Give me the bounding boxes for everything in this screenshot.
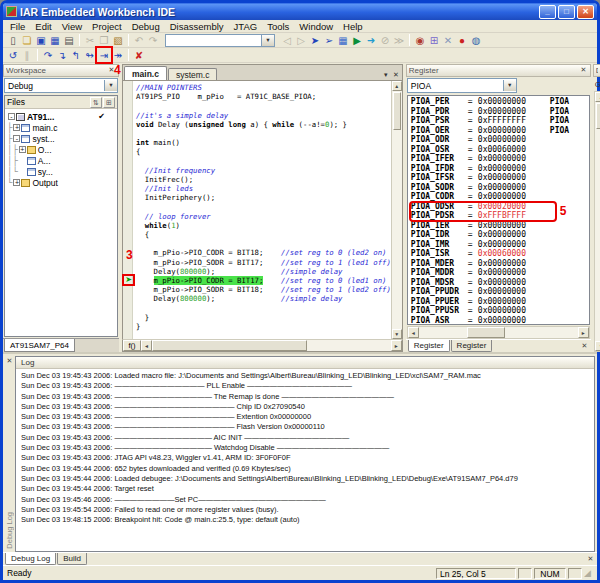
code-line[interactable]: // loop forever — [136, 212, 391, 221]
register-row[interactable]: PIOA_PSR=0xFFFFFFFFPIOA — [408, 116, 589, 126]
register-row[interactable]: PIOA_IER=0x00000000 — [408, 221, 589, 231]
tab-list-icon[interactable]: ▾ — [381, 70, 391, 80]
step-over-icon[interactable]: ↷ — [41, 48, 55, 62]
menu-item-disassembly[interactable]: Disassembly — [165, 21, 229, 32]
code-line[interactable] — [136, 129, 391, 138]
register-row[interactable]: PIOA_ASR=0x00000000 — [408, 316, 589, 326]
save-all-icon[interactable]: ▦ — [48, 33, 62, 47]
breakpoints-window-icon[interactable]: ⊞ — [427, 33, 441, 47]
tree-item[interactable]: -AT91...✔ — [5, 111, 117, 122]
code-line[interactable]: m_pPio->PIO_SODR = BIT17; //set reg to 1… — [136, 258, 391, 267]
scrollbar-track[interactable] — [419, 327, 578, 338]
tree-item[interactable]: ├-syst... — [5, 133, 117, 144]
code-line[interactable]: } — [136, 313, 391, 322]
make-icon[interactable]: ➜ — [364, 33, 378, 47]
code-line[interactable]: //Init leds — [136, 184, 391, 193]
register-row[interactable]: PIOA_MDER=0x00000000 — [408, 259, 589, 269]
register-group-select[interactable]: PIOA ▼ — [407, 78, 517, 93]
code-line[interactable]: { — [136, 230, 391, 239]
next-statement-icon[interactable]: ↬ — [83, 48, 97, 62]
code-line[interactable]: void Delay (unsigned long a) { while (--… — [136, 120, 391, 129]
menu-item-file[interactable]: File — [5, 21, 30, 32]
code-line[interactable]: Delay(800000); //simple delay — [136, 267, 391, 276]
files-sort-icon[interactable]: ⇅ — [90, 97, 102, 108]
tab-register-1[interactable]: Register — [451, 340, 493, 352]
code-line[interactable]: //it's a simple delay — [136, 111, 391, 120]
menu-item-window[interactable]: Window — [294, 21, 338, 32]
scroll-left-icon[interactable]: ◄ — [408, 327, 419, 338]
code-line[interactable]: //MAIN POINTERS — [136, 83, 391, 92]
register-row[interactable]: PIOA_IFSR=0x00000000 — [408, 173, 589, 183]
print-icon[interactable]: ▤ — [62, 33, 76, 47]
replace-icon[interactable]: ➢ — [322, 33, 336, 47]
stop-debugging-icon[interactable]: ✘ — [132, 48, 146, 62]
register-row[interactable]: PIOA_OSR=0x00060000 — [408, 145, 589, 155]
scrollbar-thumb[interactable] — [393, 92, 401, 130]
register-row[interactable]: PIOA_ISR=0x00060000 — [408, 249, 589, 259]
code-line[interactable]: //Init frequency — [136, 166, 391, 175]
code-line[interactable]: InitFrec(); — [136, 175, 391, 184]
register-row[interactable]: PIOA_IFER=0x00000000 — [408, 154, 589, 164]
tree-item[interactable]: │├+A... — [5, 155, 117, 166]
toggle-breakpoint-icon[interactable]: ◉ — [413, 33, 427, 47]
scrollbar-track[interactable] — [392, 131, 402, 329]
close-button[interactable]: ✕ — [577, 5, 594, 19]
menu-item-edit[interactable]: Edit — [30, 21, 56, 32]
tree-expander-icon[interactable]: + — [13, 124, 20, 131]
code-line[interactable]: Delay(800000); //simple delay — [136, 294, 391, 303]
download-and-debug-icon[interactable]: ● — [455, 33, 469, 47]
close-document-icon[interactable]: ✕ — [391, 70, 401, 80]
menu-item-help[interactable]: Help — [338, 21, 368, 32]
tree-expander-icon[interactable]: - — [13, 135, 20, 142]
scroll-right-icon[interactable]: ► — [391, 340, 402, 351]
maximize-button[interactable]: □ — [558, 5, 575, 19]
register-horizontal-scrollbar[interactable]: ◄ ► — [407, 326, 590, 339]
scroll-up-icon[interactable]: ▲ — [595, 92, 600, 102]
close-icon[interactable]: ✕ — [586, 553, 595, 564]
files-columns-icon[interactable]: ⊞ — [103, 97, 115, 108]
close-icon[interactable]: ✕ — [579, 66, 588, 75]
target-select[interactable]: Debug ▼ — [4, 78, 118, 93]
menu-item-jtag[interactable]: JTAG — [229, 21, 263, 32]
code-line[interactable] — [136, 157, 391, 166]
minimize-button[interactable]: _ — [539, 5, 556, 19]
register-row[interactable]: PIOA_IMR=0x00000000 — [408, 240, 589, 250]
tree-expander-icon[interactable]: - — [8, 113, 15, 120]
code-line[interactable]: { — [136, 147, 391, 156]
code-line[interactable]: AT91PS_PIO m_pPio = AT91C_BASE_PIOA; — [136, 92, 391, 101]
close-icon[interactable]: ✕ — [580, 340, 589, 351]
register-row[interactable]: PIOA_SODR=0x00000000 — [408, 183, 589, 193]
tab-build-1[interactable]: Build — [57, 553, 87, 565]
code-line[interactable] — [136, 202, 391, 211]
editor-tab-main-c[interactable]: main.c — [124, 66, 167, 80]
scrollbar-thumb[interactable] — [467, 327, 505, 338]
code-line[interactable]: m_pPio->PIO_CODR = BIT18; //set reg to 0… — [136, 248, 391, 257]
resize-grip[interactable]: ◢ — [584, 568, 595, 579]
workspace-project-tab[interactable]: AT91SAM7_P64 — [4, 339, 75, 352]
menu-item-debug[interactable]: Debug — [127, 21, 165, 32]
scrollbar-track[interactable] — [152, 340, 391, 351]
paste-icon[interactable]: ▧ — [111, 33, 125, 47]
code-line[interactable] — [136, 304, 391, 313]
code-line[interactable]: while(1) — [136, 221, 391, 230]
menu-item-view[interactable]: View — [57, 21, 87, 32]
editor-tab-system-c[interactable]: system.c — [168, 68, 218, 80]
step-into-icon[interactable]: ↴ — [55, 48, 69, 62]
tree-item[interactable]: └+Output — [5, 177, 117, 188]
code-line[interactable]: m_pPio->PIO_SODR = BIT18; //set reg to 1… — [136, 285, 391, 294]
register-row[interactable]: PIOA_PDR=0x00000000PIOA — [408, 107, 589, 117]
register-row[interactable]: PIOA_OER=0x00000000PIOA — [408, 126, 589, 136]
chevron-down-icon[interactable]: ▼ — [503, 80, 516, 91]
code-line[interactable]: m_pPio->PIO_CODR = BIT17; //set reg to 0… — [136, 276, 391, 285]
tree-item[interactable]: │└+sy... — [5, 166, 117, 177]
register-row[interactable]: PIOA_IDR=0x00000000 — [408, 230, 589, 240]
find-in-files-icon[interactable]: ▦ — [336, 33, 350, 47]
scroll-down-icon[interactable]: ▼ — [595, 341, 600, 351]
register-row[interactable]: PIOA_IFDR=0x00000000 — [408, 164, 589, 174]
tab-register-0[interactable]: Register — [408, 340, 450, 352]
tree-item[interactable]: │├+O... — [5, 144, 117, 155]
reset-icon[interactable]: ↺ — [6, 48, 20, 62]
scrollbar-thumb[interactable] — [152, 340, 307, 351]
register-row[interactable]: PIOA_MDDR=0x00000000 — [408, 268, 589, 278]
remove-breakpoints-icon[interactable]: ✕ — [441, 33, 455, 47]
